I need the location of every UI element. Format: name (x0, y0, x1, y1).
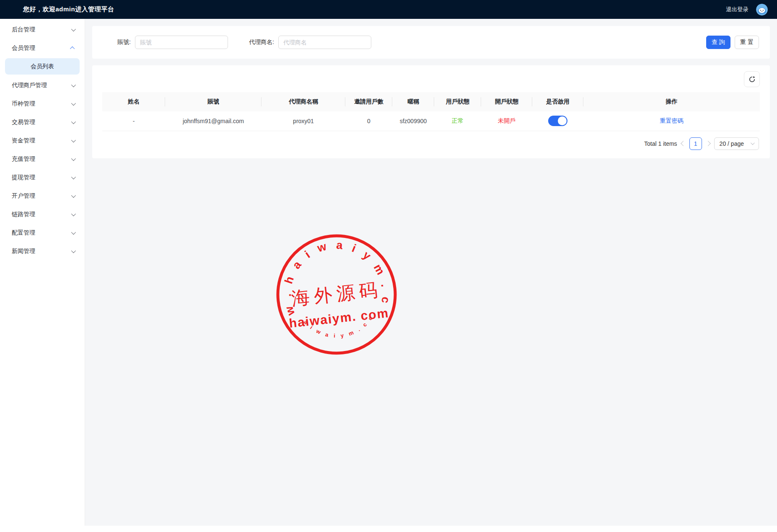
watermark-stamp: w w w . h a i w a i y m . c o m 海外源码 hai… (274, 232, 399, 357)
sidebar-item-label: 开户管理 (12, 192, 35, 200)
user-avatar[interactable] (756, 4, 768, 15)
chevron-down-icon (71, 248, 76, 253)
sidebar-item-label: 链路管理 (12, 211, 35, 218)
agent-name-input[interactable] (278, 36, 371, 49)
top-header-bar: 您好，欢迎admin进入管理平台 退出登录 (0, 0, 777, 19)
col-header-name: 姓名 (102, 92, 165, 111)
account-label: 賬號: (117, 39, 131, 46)
table-row: - johnffsm91@gmail.com proxy01 0 sfz0099… (102, 111, 760, 131)
table-toolbar (102, 71, 760, 87)
member-table-card: 姓名 賬號 代理商名稱 邀請用戶數 暱稱 用戶狀態 開戶狀態 是否啟用 操作 -… (92, 65, 770, 158)
col-header-agent-name: 代理商名稱 (262, 92, 345, 111)
current-page-button[interactable]: 1 (689, 137, 702, 150)
chevron-down-icon (71, 119, 76, 124)
stamp-center-domain-text: haiwaiym. com (288, 306, 390, 330)
sidebar-item-label: 充值管理 (12, 155, 35, 163)
logout-button[interactable]: 退出登录 (726, 6, 749, 13)
pagination: Total 1 items 1 20 / page (102, 131, 760, 155)
sidebar-item-currency-mgmt[interactable]: 币种管理 (0, 95, 85, 113)
page-size-select[interactable]: 20 / page (714, 137, 759, 150)
chevron-down-icon (71, 101, 76, 106)
refresh-button[interactable] (744, 71, 760, 87)
search-filter-card: 賬號: 代理商名: 查 詢 重 置 (92, 26, 770, 59)
sidebar-item-label: 后台管理 (12, 26, 35, 34)
reset-password-link[interactable]: 重置密碼 (660, 117, 684, 124)
col-header-open-status: 開戶狀態 (481, 92, 532, 111)
sidebar-item-label: 新闻管理 (12, 248, 35, 255)
member-table: 姓名 賬號 代理商名稱 邀請用戶數 暱稱 用戶狀態 開戶狀態 是否啟用 操作 -… (102, 92, 760, 131)
cell-account: johnffsm91@gmail.com (165, 111, 262, 131)
sidebar-item-account-open-mgmt[interactable]: 开户管理 (0, 187, 85, 205)
account-field-group: 賬號: (117, 36, 228, 49)
table-header-row: 姓名 賬號 代理商名稱 邀請用戶數 暱稱 用戶狀態 開戶狀態 是否啟用 操作 (102, 92, 760, 111)
sidebar-item-deposit-mgmt[interactable]: 充值管理 (0, 150, 85, 168)
cell-user-status: 正常 (434, 111, 481, 131)
sidebar-item-label: 交易管理 (12, 119, 35, 126)
agent-name-label: 代理商名: (249, 39, 274, 46)
chevron-down-icon (71, 175, 76, 179)
refresh-icon (749, 76, 756, 83)
sidebar: 后台管理 会员管理 会员列表 代理商戶管理 币种管理 交易管理 资金管理 充值管… (0, 19, 85, 532)
sidebar-item-member-list[interactable]: 会员列表 (5, 58, 80, 75)
chevron-down-icon (71, 193, 76, 198)
chevron-down-icon (71, 138, 76, 142)
svg-text:h a i w a i y m . c o m: h a i w a i y m . c o m (274, 232, 379, 346)
sidebar-item-config-mgmt[interactable]: 配置管理 (0, 224, 85, 242)
reset-button[interactable]: 重 置 (735, 36, 759, 49)
sidebar-item-label: 会员管理 (12, 44, 35, 52)
query-button[interactable]: 查 詢 (706, 36, 730, 49)
sidebar-item-label: 提现管理 (12, 174, 35, 181)
prev-page-icon[interactable] (681, 141, 686, 146)
chevron-up-icon (70, 46, 75, 51)
stamp-center-chinese-text: 海外源码 (290, 279, 383, 309)
chevron-down-icon (71, 27, 76, 31)
bottom-scroll-area (0, 526, 777, 532)
sidebar-item-trade-mgmt[interactable]: 交易管理 (0, 113, 85, 132)
col-header-user-status: 用戶狀態 (434, 92, 481, 111)
account-input[interactable] (135, 36, 228, 49)
main-content: 賬號: 代理商名: 查 詢 重 置 (85, 19, 777, 532)
col-header-nickname: 暱稱 (392, 92, 434, 111)
sidebar-item-label: 币种管理 (12, 100, 35, 108)
sidebar-item-news-mgmt[interactable]: 新闻管理 (0, 242, 85, 261)
page-size-value: 20 / page (720, 140, 744, 147)
pagination-total: Total 1 items (644, 140, 677, 147)
sidebar-subitem-label: 会员列表 (31, 63, 54, 70)
sidebar-item-label: 配置管理 (12, 229, 35, 237)
col-header-actions: 操作 (583, 92, 760, 111)
col-header-account: 賬號 (165, 92, 262, 111)
welcome-text: 您好，欢迎admin进入管理平台 (23, 5, 114, 13)
stamp-arc-top-text: w w w . h a i w a i y m . c o m (274, 232, 394, 320)
cell-name: - (102, 111, 165, 131)
next-page-icon[interactable] (705, 141, 711, 146)
sidebar-item-funds-mgmt[interactable]: 资金管理 (0, 132, 85, 150)
cell-open-status: 未開戶 (481, 111, 532, 131)
cell-invited-users: 0 (345, 111, 392, 131)
stamp-arc-bottom-text: h a i w a i y m . c o m (274, 232, 379, 346)
col-header-enabled: 是否啟用 (532, 92, 583, 111)
col-header-invited-users: 邀請用戶數 (345, 92, 392, 111)
cell-agent-name: proxy01 (262, 111, 345, 131)
sidebar-item-label: 资金管理 (12, 137, 35, 145)
sidebar-item-member-mgmt[interactable]: 会员管理 (0, 39, 85, 57)
chevron-down-icon (71, 230, 76, 235)
sidebar-item-link-mgmt[interactable]: 链路管理 (0, 205, 85, 224)
sidebar-item-backend-mgmt[interactable]: 后台管理 (0, 21, 85, 39)
sidebar-item-withdraw-mgmt[interactable]: 提现管理 (0, 168, 85, 187)
agent-name-field-group: 代理商名: (249, 36, 371, 49)
chevron-down-icon (71, 83, 76, 87)
svg-text:w w w . h a i w a i y m . c o: w w w . h a i w a i y m . c o m (274, 232, 394, 320)
sidebar-item-agent-merchant-mgmt[interactable]: 代理商戶管理 (0, 76, 85, 95)
cell-nickname: sfz009900 (392, 111, 434, 131)
chevron-down-icon (71, 156, 76, 161)
sidebar-item-label: 代理商戶管理 (12, 82, 47, 89)
chevron-down-icon (751, 141, 755, 145)
avatar-cartoon-icon (756, 4, 768, 15)
chevron-down-icon (71, 212, 76, 216)
enabled-toggle[interactable] (548, 116, 567, 126)
